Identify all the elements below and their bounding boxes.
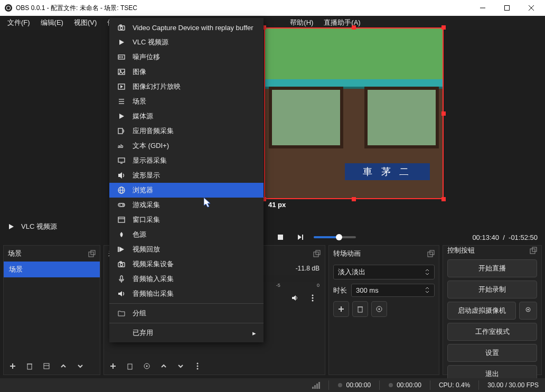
replay-icon [117,245,126,254]
svg-rect-81 [120,276,123,280]
menu-item-deprecated[interactable]: 已弃用 ▸ [109,325,264,340]
remove-scene-button[interactable] [23,359,36,373]
volume-slider[interactable] [314,236,356,238]
svg-point-79 [120,264,123,266]
noise-icon [117,52,126,62]
updown-icon [425,286,430,294]
menu-item-display[interactable]: 显示器采集 [109,153,264,168]
mixer-mute-button[interactable] [288,291,302,305]
mixer-more-button[interactable] [306,291,320,305]
svg-rect-80 [120,262,121,263]
display-icon [117,156,126,165]
svg-rect-11 [91,250,95,255]
menu-item-color[interactable]: 色源 [109,227,264,242]
network-icon [312,382,320,389]
svg-point-29 [197,363,199,365]
menu-file[interactable]: 文件(F) [3,16,34,29]
add-source-button[interactable] [106,359,120,373]
svg-rect-74 [118,217,125,222]
menu-item-replay[interactable]: 视频回放 [109,242,264,257]
add-scene-button[interactable] [6,359,20,373]
menu-item-globe[interactable]: 浏览器 [109,183,264,198]
status-bar: 00:00:00 00:00:00 CPU: 0.4% 30.00 / 30.0… [0,378,545,392]
menu-item-play[interactable]: 媒体源 [109,109,264,124]
menu-item-label: 视频回放 [133,245,160,254]
maximize-button[interactable] [496,0,521,16]
menu-item-play[interactable]: VLC 视频源 [109,35,264,50]
window-icon [117,215,126,225]
source-more-button[interactable] [191,359,204,373]
svg-marker-83 [118,291,122,296]
source-props-button[interactable] [140,359,154,373]
menu-item-speaker[interactable]: 音频输出采集 [109,286,264,301]
popout-icon[interactable] [313,250,321,257]
menu-item-camera[interactable]: Video Capture Device with replay buffer [109,20,264,35]
settings-button[interactable]: 设置 [447,344,537,362]
scene-filter-button[interactable] [40,359,53,373]
svg-marker-20 [292,295,296,301]
menu-item-wave[interactable]: 波形显示 [109,168,264,183]
duration-label: 时长 [333,286,347,295]
preview-selection[interactable]: 車 茅 二 [264,27,444,199]
fps-display: 30.00 / 30.00 FPS [487,381,539,389]
menu-item-mic[interactable]: 音频输入采集 [109,272,264,286]
popout-icon[interactable] [427,250,435,257]
svg-point-22 [312,297,314,299]
scene-up-button[interactable] [57,359,70,373]
popout-icon[interactable] [530,247,537,254]
menu-item-group[interactable]: 分组 [109,306,264,321]
minimize-button[interactable] [472,0,496,16]
menu-item-noise[interactable]: 噪声位移 [109,50,264,64]
duration-spinner[interactable]: 300 ms [351,284,435,297]
updown-icon [425,268,430,276]
mic-icon [117,274,126,284]
scene-down-button[interactable] [73,359,87,373]
remove-transition-button[interactable] [352,301,368,317]
scenes-title: 场景 [8,249,22,258]
stop-button[interactable] [274,230,287,244]
svg-point-43 [528,309,529,311]
remove-source-button[interactable] [123,359,137,373]
svg-rect-36 [358,307,362,312]
studio-mode-button[interactable]: 工作室模式 [447,323,537,341]
menu-edit[interactable]: 编辑(E) [36,16,68,29]
menu-item-list[interactable]: 场景 [109,94,264,109]
svg-rect-16 [44,363,49,369]
menu-item-label: Video Capture Device with replay buffer [133,24,253,32]
menu-item-window[interactable]: 窗口采集 [109,212,264,227]
camera-icon [117,23,126,32]
menu-item-label: 波形显示 [133,171,160,180]
svg-marker-6 [9,224,14,229]
menu-item-app-audio[interactable]: 应用音频采集 [109,124,264,138]
menu-item-image[interactable]: 图像 [109,64,264,79]
source-down-button[interactable] [174,359,187,373]
svg-point-23 [312,300,314,302]
transition-select[interactable]: 淡入淡出 [333,265,435,279]
cursor-icon [204,198,212,208]
svg-point-39 [379,309,380,310]
menu-item-text[interactable]: ab文本 (GDI+) [109,138,264,153]
menu-item-gamepad[interactable]: 游戏采集 [109,198,264,212]
source-up-button[interactable] [157,359,171,373]
menu-item-label: 窗口采集 [133,215,160,225]
popout-icon[interactable] [88,250,96,257]
start-streaming-button[interactable]: 开始直播 [447,259,537,277]
svg-rect-62 [118,128,123,134]
menu-item-slideshow[interactable]: 图像幻灯片放映 [109,79,264,94]
svg-text:ab: ab [118,144,124,149]
start-recording-button[interactable]: 开始录制 [447,281,537,298]
svg-point-0 [5,4,12,12]
menu-item-label: 浏览器 [133,185,153,195]
svg-point-73 [123,204,124,206]
menu-item-camera[interactable]: 视频采集设备 [109,257,264,272]
close-button[interactable] [521,0,545,16]
next-button[interactable] [294,230,307,244]
transition-props-button[interactable] [371,301,387,317]
menu-view[interactable]: 视图(V) [70,16,101,29]
virtual-cam-settings-button[interactable] [519,302,537,320]
menu-item-label: 文本 (GDI+) [133,141,169,151]
add-transition-button[interactable] [333,301,349,317]
svg-rect-33 [430,250,434,255]
virtual-cam-button[interactable]: 启动虚拟摄像机 [447,302,516,320]
scene-item[interactable]: 场景 [4,262,100,277]
